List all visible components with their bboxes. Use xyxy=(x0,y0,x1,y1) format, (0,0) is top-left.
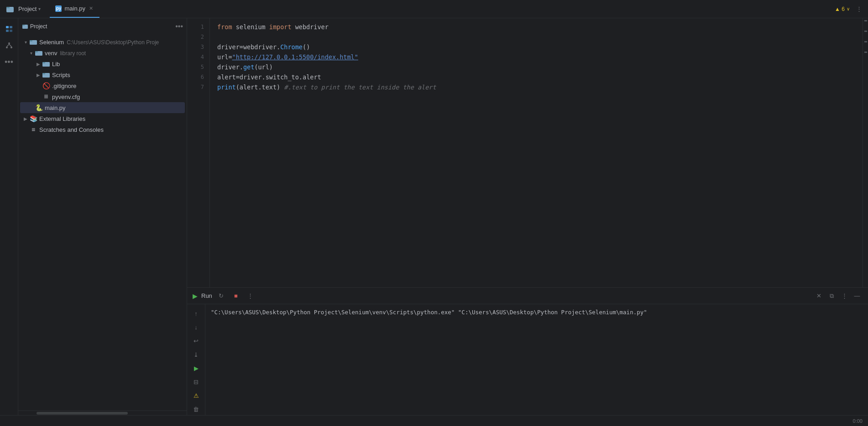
line-num-3: 3 xyxy=(187,42,209,52)
cfg-icon: ≡ xyxy=(42,93,50,101)
project-label: Project xyxy=(18,5,37,12)
scripts-folder-icon xyxy=(42,71,50,79)
svg-rect-12 xyxy=(22,25,25,26)
svg-line-10 xyxy=(9,44,11,47)
terminal-left-icons: ↑ ↓ ↩ ⤓ ▶ ⊟ ⚠ 🗑 xyxy=(187,304,205,415)
selenium-folder-icon xyxy=(29,38,37,46)
python-tab-icon: py xyxy=(55,5,62,12)
main-content: ••• Project ••• ▾ Selen xyxy=(0,18,868,415)
tree-scroll-thumb[interactable] xyxy=(37,412,128,415)
scroll-up-icon[interactable]: ↑ xyxy=(191,308,202,319)
close-panel-button[interactable]: ✕ xyxy=(813,291,824,301)
run-tab-label[interactable]: Run xyxy=(201,292,212,299)
tree-item-external-libs[interactable]: ▶ 📚 External Libraries xyxy=(20,113,185,124)
svg-line-9 xyxy=(7,44,9,47)
tab-close-button[interactable]: ✕ xyxy=(88,5,94,12)
rerun-button[interactable]: ↻ xyxy=(216,291,227,301)
svg-rect-20 xyxy=(42,73,45,74)
line-num-2: 2 xyxy=(187,32,209,42)
soft-wrap-icon[interactable]: ↩ xyxy=(191,335,202,346)
project-tree-icon[interactable] xyxy=(2,22,16,36)
venv-folder-icon xyxy=(35,49,43,57)
lib-arrow-icon: ▶ xyxy=(35,60,42,68)
tree-item-scratches[interactable]: ▶ ≡ Scratches and Consoles xyxy=(20,124,185,135)
left-icon-bar: ••• xyxy=(0,18,18,415)
scrollbar-mark-2 xyxy=(864,31,867,32)
code-line-2 xyxy=(217,32,855,42)
scroll-end-icon[interactable]: ⤓ xyxy=(191,349,202,360)
svg-point-7 xyxy=(6,47,8,48)
run-panel-more-button[interactable]: ⋮ xyxy=(245,291,256,301)
venv-label: venvlibrary root xyxy=(45,50,86,57)
scroll-down-icon[interactable]: ↓ xyxy=(191,322,202,332)
svg-rect-18 xyxy=(42,62,45,63)
external-libs-label: External Libraries xyxy=(39,115,85,122)
tree-item-mainpy[interactable]: ▶ 🐍 main.py xyxy=(20,102,185,113)
editor-content[interactable]: 1 2 3 4 5 6 7 from selenium import webdr… xyxy=(187,18,868,287)
venv-arrow-icon: ▾ xyxy=(27,49,35,57)
tree-item-scripts[interactable]: ▶ Scripts xyxy=(20,69,185,80)
tree-horizontal-scrollbar[interactable] xyxy=(18,410,187,415)
editor-right-scrollbar[interactable] xyxy=(863,18,868,287)
more-tools-icon[interactable]: ••• xyxy=(2,55,16,69)
svg-rect-3 xyxy=(10,26,12,28)
bottom-panel-content: ↑ ↓ ↩ ⤓ ▶ ⊟ ⚠ 🗑 "C:\Users\ASUS\Desktop\P… xyxy=(187,304,868,415)
stop-button[interactable]: ■ xyxy=(230,291,241,301)
folder-header-icon xyxy=(22,23,28,30)
gitignore-icon: 🚫 xyxy=(42,82,50,90)
mainpy-label: main.py xyxy=(45,104,66,111)
top-bar: Project ▾ py main.py ✕ ▲ 6 ∨ ⋮ xyxy=(0,0,868,18)
project-tree: ▾ SeleniumC:\Users\ASUS\Desktop\Python P… xyxy=(18,35,187,410)
minimize-panel-button[interactable]: — xyxy=(852,291,863,301)
code-line-7: print(alert.text) #.text to print the te… xyxy=(217,82,855,92)
bottom-panel-header: ▶ Run ↻ ■ ⋮ ✕ ⧉ ⋮ — xyxy=(187,288,868,304)
print-icon[interactable]: ⊟ xyxy=(191,376,202,387)
scratches-label: Scratches and Consoles xyxy=(39,126,104,133)
external-libs-arrow-icon: ▶ xyxy=(22,115,29,122)
tab-main-py[interactable]: py main.py ✕ xyxy=(50,0,99,18)
external-libs-icon: 📚 xyxy=(29,114,37,123)
lib-folder-icon xyxy=(42,60,50,68)
project-folder-icon xyxy=(4,3,16,16)
line-numbers-gutter: 1 2 3 4 5 6 7 xyxy=(187,18,210,287)
warning-icon[interactable]: ⚠ xyxy=(191,390,202,401)
top-bar-right: ▲ 6 ∨ ⋮ xyxy=(835,4,864,15)
panel-right-icons: ✕ ⧉ ⋮ — xyxy=(813,291,863,301)
warning-count: ▲ 6 xyxy=(835,6,845,12)
tree-item-gitignore[interactable]: ▶ 🚫 .gitignore xyxy=(20,80,185,91)
svg-rect-2 xyxy=(6,26,9,28)
svg-rect-5 xyxy=(10,30,12,32)
scrollbar-mark-4 xyxy=(864,52,867,53)
svg-point-6 xyxy=(8,42,10,44)
svg-point-8 xyxy=(10,47,12,48)
code-editor[interactable]: from selenium import webdriver driver=we… xyxy=(210,18,863,287)
code-line-5: driver.get(url) xyxy=(217,62,855,72)
project-panel-header: Project ••• xyxy=(18,18,187,35)
terminal-output[interactable]: "C:\Users\ASUS\Desktop\Python Project\Se… xyxy=(205,304,868,415)
more-panel-button[interactable]: ⋮ xyxy=(839,291,850,301)
warning-badge[interactable]: ▲ 6 ∨ xyxy=(835,6,850,12)
tree-item-lib[interactable]: ▶ Lib xyxy=(20,58,185,69)
run-again-icon[interactable]: ▶ xyxy=(191,363,202,374)
tree-item-pyvenv[interactable]: ▶ ≡ pyvenv.cfg xyxy=(20,91,185,102)
svg-rect-4 xyxy=(6,30,9,32)
status-time: 0:00 xyxy=(853,418,863,424)
tree-item-venv[interactable]: ▾ venvlibrary root xyxy=(20,47,185,58)
line-num-4: 4 xyxy=(187,52,209,62)
project-panel-more-button[interactable]: ••• xyxy=(175,22,183,31)
project-title[interactable]: Project ▾ xyxy=(18,5,41,12)
scrollbar-mark-1 xyxy=(864,20,867,21)
svg-rect-14 xyxy=(30,40,32,42)
status-bar: 0:00 xyxy=(0,415,868,426)
code-line-4: url="http://127.0.0.1:5500/index.html" xyxy=(217,52,855,62)
line-num-1: 1 xyxy=(187,22,209,32)
clear-output-icon[interactable]: 🗑 xyxy=(191,404,202,415)
selenium-arrow-icon: ▾ xyxy=(22,38,29,46)
tab-bar: py main.py ✕ xyxy=(50,0,835,18)
split-panel-button[interactable]: ⧉ xyxy=(826,291,837,301)
top-more-button[interactable]: ⋮ xyxy=(853,4,864,15)
structure-icon[interactable] xyxy=(2,38,16,53)
code-line-6: alert=driver.switch_to.alert xyxy=(217,72,855,82)
scratches-icon: ≡ xyxy=(29,125,37,134)
tree-item-selenium[interactable]: ▾ SeleniumC:\Users\ASUS\Desktop\Python P… xyxy=(20,36,185,47)
